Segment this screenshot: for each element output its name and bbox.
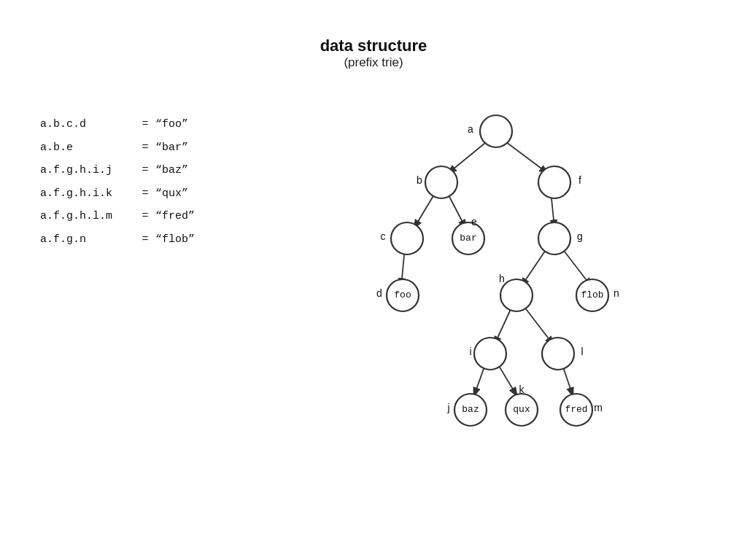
svg-point-13 [480,115,512,147]
sub-title: (prefix trie) [0,55,747,70]
list-item: a.f.g.h.i.k=“qux” [40,182,195,206]
svg-text:flob: flob [581,289,603,300]
entry-val: “bar” [155,136,188,160]
svg-text:e: e [471,216,477,228]
list-item: a.f.g.h.i.j=“baz” [40,159,195,182]
entry-eq: = [138,228,152,252]
entry-val: “foo” [155,113,188,136]
svg-text:k: k [519,384,525,395]
main-title: data structure [0,36,747,55]
svg-text:h: h [499,273,505,284]
entry-key: a.b.c.d [40,113,135,136]
svg-line-0 [449,140,489,173]
svg-text:a: a [468,123,473,135]
svg-text:qux: qux [513,404,530,415]
entry-val: “baz” [155,159,188,182]
svg-text:j: j [446,402,449,413]
svg-point-19 [391,222,423,254]
entry-val: “qux” [155,182,188,206]
entry-val: “flob” [155,228,195,252]
entry-eq: = [138,205,152,228]
list-item: a.b.e=“bar” [40,136,195,160]
entry-eq: = [138,182,152,206]
entry-key: a.f.g.h.i.k [40,182,135,206]
svg-text:m: m [594,402,603,413]
svg-text:bar: bar [460,233,476,244]
entry-key: a.f.g.h.l.m [40,205,135,228]
svg-text:c: c [381,230,386,242]
entry-eq: = [138,136,152,160]
svg-text:l: l [581,346,583,357]
svg-text:foo: foo [394,289,411,300]
svg-text:g: g [577,230,583,242]
key-value-list: a.b.c.d=“foo”a.b.e=“bar”a.f.g.h.i.j=“baz… [40,113,195,251]
page-title: data structure (prefix trie) [0,0,747,70]
svg-point-34 [474,338,506,370]
list-item: a.f.g.n=“flob” [40,228,195,252]
svg-text:i: i [469,346,471,357]
svg-point-36 [542,338,574,370]
svg-point-24 [538,222,570,254]
entry-key: a.f.g.h.i.j [40,159,135,182]
svg-text:fred: fred [565,404,587,415]
entry-eq: = [138,159,152,182]
svg-text:baz: baz [462,404,479,415]
svg-point-17 [538,166,570,198]
svg-line-9 [524,306,553,344]
svg-point-29 [500,279,533,311]
svg-line-1 [503,140,547,173]
trie-diagram: a b f c bar e g foo d h flob n i l baz j… [328,102,737,554]
svg-text:b: b [417,174,422,186]
svg-line-6 [522,248,547,286]
entry-val: “fred” [155,205,195,228]
list-item: a.b.c.d=“foo” [40,113,195,136]
list-item: a.f.g.h.l.m=“fred” [40,205,195,228]
svg-text:n: n [614,287,619,299]
svg-point-15 [425,166,457,198]
svg-text:f: f [578,174,581,186]
entry-key: a.f.g.n [40,228,135,252]
entry-key: a.b.e [40,136,135,160]
entry-eq: = [138,113,152,136]
svg-text:d: d [376,287,382,299]
